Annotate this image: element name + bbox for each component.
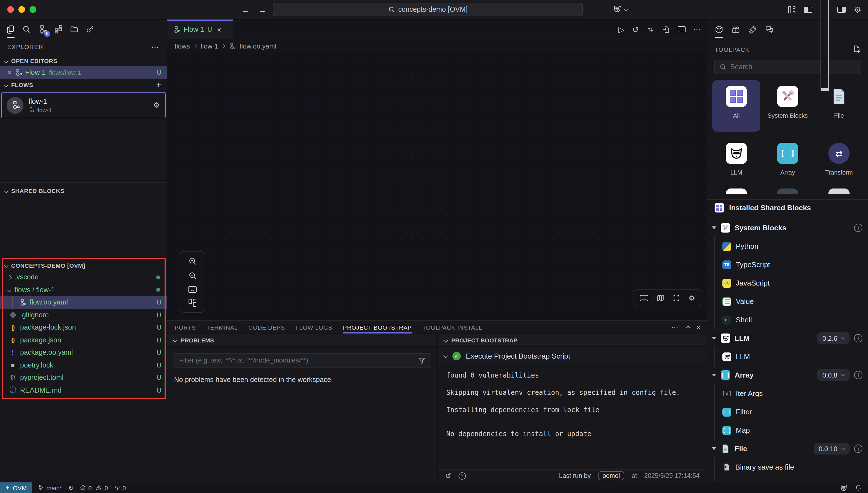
toggle-right-sidebar-button[interactable] xyxy=(837,7,845,13)
activity-search-button[interactable] xyxy=(22,25,31,34)
info-icon[interactable]: i xyxy=(854,334,863,342)
help-icon[interactable]: ? xyxy=(459,472,466,479)
breadcrumb-flow-oo-yaml[interactable]: flow.oo.yaml xyxy=(239,42,276,50)
block-python[interactable]: Python xyxy=(707,237,868,255)
block-binary-save-as-file[interactable]: Binary save as file xyxy=(707,458,868,476)
block-binary-to-file[interactable]: Binary to file xyxy=(707,476,868,482)
block-iter-args[interactable]: [x] Iter Args xyxy=(707,384,868,403)
oomol-menu-button[interactable] xyxy=(613,4,628,14)
editor-more-button[interactable]: ⋯ xyxy=(693,25,701,34)
tree-row-vscode[interactable]: .vscode xyxy=(0,271,167,284)
compare-swap-button[interactable] xyxy=(647,25,654,33)
open-editor-item[interactable]: × Flow 1 flows/flow-1 U xyxy=(0,66,167,79)
group-array[interactable]: [ ] Array 0.0.8 i xyxy=(707,366,868,384)
version-select[interactable]: 0.0.10 xyxy=(813,443,850,454)
run-flow-button[interactable]: ▷ xyxy=(618,25,624,34)
group-system-blocks[interactable]: System Blocks i xyxy=(707,219,868,237)
flow-settings-gear-icon[interactable]: ⚙ xyxy=(153,102,160,109)
activity-flows-button[interactable]: 9 xyxy=(38,25,47,34)
history-back-button[interactable]: ← xyxy=(241,5,249,15)
info-icon[interactable]: i xyxy=(854,371,863,379)
toolpack-search-input[interactable] xyxy=(730,63,856,71)
auto-layout-button[interactable] xyxy=(189,299,196,307)
activity-blocks-button[interactable] xyxy=(54,25,62,34)
tree-row-flows-flow-1[interactable]: flows / flow-1 xyxy=(0,284,167,296)
explorer-more-icon[interactable]: ⋯ xyxy=(151,42,160,51)
close-editor-icon[interactable]: × xyxy=(7,69,11,77)
tab-flow-logs[interactable]: FLOW LOGS xyxy=(295,324,332,330)
workspace-section-header[interactable]: CONCEPTS-DEMO [OVM] xyxy=(0,259,167,271)
sync-status[interactable]: ↻ xyxy=(68,484,73,492)
ports-status[interactable]: 0 xyxy=(114,484,126,491)
close-panel-icon[interactable]: × xyxy=(696,323,701,331)
command-center-search[interactable]: concepts-demo [OVM] xyxy=(273,3,583,16)
tile-array[interactable]: [ ] Array xyxy=(764,137,812,189)
tab-toolpack-install[interactable]: TOOLPACK INSTALL xyxy=(422,324,482,330)
block-value[interactable]: Value xyxy=(707,292,868,310)
activity-secrets-button[interactable] xyxy=(86,25,94,34)
version-select[interactable]: 0.0.8 xyxy=(818,369,850,381)
panel-more-icon[interactable]: ⋯ xyxy=(671,323,679,331)
tree-row-poetry-lock[interactable]: ≡ poetry.lock U xyxy=(0,359,167,371)
tab-code-deps[interactable]: CODE DEPS xyxy=(249,324,285,330)
tree-row-package-lock-json[interactable]: {} package-lock.json U xyxy=(0,321,167,334)
block-map[interactable]: [ ] Map xyxy=(707,421,868,440)
version-select[interactable]: 0.2.6 xyxy=(818,333,850,344)
flow-canvas[interactable]: ↔ ⚙ xyxy=(167,53,707,320)
activity-explorer-button[interactable] xyxy=(6,25,15,34)
toolpack-cube-button[interactable] xyxy=(715,25,723,34)
zoom-window-button[interactable] xyxy=(29,6,36,13)
flow-card-flow-1[interactable]: flow-1 flow-1 ⚙ xyxy=(1,92,166,118)
toggle-bottom-panel-button[interactable] xyxy=(820,0,829,91)
oomol-fox-icon[interactable] xyxy=(840,484,848,492)
project-bootstrap-header[interactable]: PROJECT BOOTSTRAP xyxy=(438,334,707,347)
rerun-button[interactable]: ↺ xyxy=(632,25,639,34)
tile-llm[interactable]: LLM xyxy=(712,137,760,189)
block-filter[interactable]: [ ] Filter xyxy=(707,403,868,421)
tab-ports[interactable]: PORTS xyxy=(175,324,196,330)
tab-project-bootstrap[interactable]: PROJECT BOOTSTRAP xyxy=(343,324,412,330)
split-editor-button[interactable] xyxy=(678,26,685,33)
maximize-panel-icon[interactable] xyxy=(685,326,690,330)
block-shell[interactable]: >_ Shell xyxy=(707,310,868,329)
bell-icon[interactable] xyxy=(854,484,862,491)
zoom-out-button[interactable] xyxy=(188,272,197,280)
flows-section-header[interactable]: FLOWS + xyxy=(0,79,167,90)
tree-row-package-oo-yaml[interactable]: ! package.oo.yaml U xyxy=(0,346,167,359)
add-flow-button[interactable]: + xyxy=(156,80,161,89)
tree-row-pyproject-toml[interactable]: ⚙ pyproject.toml U xyxy=(0,371,167,384)
block-llm[interactable]: LLM xyxy=(707,347,868,366)
problems-filter-input[interactable] xyxy=(179,356,415,364)
rerun-bootstrap-button[interactable]: ↺ xyxy=(445,472,451,480)
tab-flow-1[interactable]: Flow 1 U × xyxy=(167,20,233,39)
tree-row-flow-oo-yaml[interactable]: flow.oo.yaml U xyxy=(0,296,167,309)
info-icon[interactable]: i xyxy=(854,445,863,453)
close-window-button[interactable] xyxy=(7,6,14,13)
chat-button[interactable] xyxy=(765,25,774,34)
customize-layout-button[interactable] xyxy=(788,6,795,14)
history-forward-button[interactable]: → xyxy=(258,5,267,15)
publish-rocket-button[interactable] xyxy=(748,25,757,34)
close-tab-icon[interactable]: × xyxy=(217,25,221,34)
minimap-icon[interactable] xyxy=(657,294,665,302)
tile-transform[interactable]: ⇄ Transform xyxy=(815,137,863,189)
toggle-panel-icon[interactable] xyxy=(640,295,649,301)
block-typescript[interactable]: TS TypeScript xyxy=(707,255,868,274)
zoom-in-button[interactable] xyxy=(188,257,197,265)
tree-row-package-json[interactable]: {} package.json U xyxy=(0,334,167,346)
shared-blocks-section-header[interactable]: SHARED BLOCKS xyxy=(0,185,167,196)
tile-all[interactable]: All xyxy=(712,80,760,132)
filter-funnel-icon[interactable] xyxy=(418,357,426,364)
group-file[interactable]: File 0.0.10 i xyxy=(707,440,868,458)
canvas-settings-gear-icon[interactable]: ⚙ xyxy=(689,294,695,301)
new-toolpack-button[interactable] xyxy=(852,45,861,53)
activity-folder-button[interactable] xyxy=(70,25,79,34)
tab-terminal[interactable]: TERMINAL xyxy=(206,324,238,330)
group-llm[interactable]: LLM 0.2.6 i xyxy=(707,329,868,347)
settings-gear-icon[interactable]: ⚙ xyxy=(854,5,861,14)
problems-header[interactable]: PROBLEMS xyxy=(167,334,437,347)
problems-status[interactable]: 0 0 xyxy=(80,484,108,491)
marketplace-gift-button[interactable] xyxy=(731,25,740,34)
breadcrumb-flow-1[interactable]: flow-1 xyxy=(200,42,218,50)
tree-row-gitignore[interactable]: .gitignore U xyxy=(0,309,167,321)
